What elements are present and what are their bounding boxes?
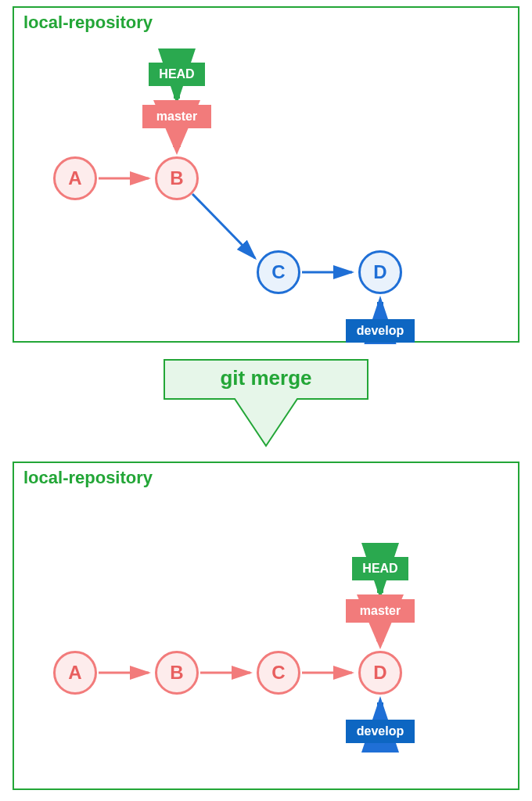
top-repo-title: local-repository xyxy=(23,13,153,33)
master-tag-bottom: master xyxy=(346,599,415,623)
bottom-repo-box: local-repository HEAD master develop ABC… xyxy=(13,462,519,790)
commit-a: A xyxy=(53,156,97,200)
merge-label: git merge xyxy=(156,366,376,390)
develop-label-bottom: develop xyxy=(357,724,404,738)
commit-c: C xyxy=(257,250,300,294)
head-label: HEAD xyxy=(159,67,194,81)
master-label-bottom: master xyxy=(360,604,401,617)
commit-b: B xyxy=(155,156,199,200)
bottom-repo-title: local-repository xyxy=(23,468,153,488)
commit-d: D xyxy=(358,651,402,695)
merge-arrow-block: git merge xyxy=(156,352,376,454)
top-repo-box: local-repository xyxy=(13,6,519,343)
arrow-b-to-c xyxy=(192,194,255,258)
develop-tag-top: develop xyxy=(346,319,415,343)
commit-c: C xyxy=(257,651,300,695)
commit-b: B xyxy=(155,651,199,695)
head-tag-top: HEAD xyxy=(149,63,205,86)
commit-d: D xyxy=(358,250,402,294)
commit-a: A xyxy=(53,651,97,695)
master-label: master xyxy=(156,110,197,123)
bottom-arrows-svg xyxy=(14,463,521,792)
head-label-bottom: HEAD xyxy=(362,562,397,575)
master-tag-top: master xyxy=(142,105,211,128)
head-tag-bottom: HEAD xyxy=(352,557,408,580)
develop-tag-bottom: develop xyxy=(346,720,415,743)
develop-label: develop xyxy=(357,324,404,337)
